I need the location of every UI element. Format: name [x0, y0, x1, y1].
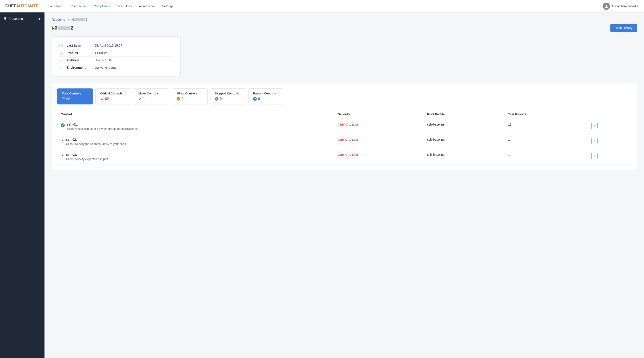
- expand-cell: +: [588, 149, 631, 164]
- total-controls-number: 68: [66, 97, 70, 101]
- environment-icon: ◎: [59, 66, 63, 69]
- user-name: Local Administrator: [612, 4, 639, 8]
- profiles-label: Profiles: [66, 51, 91, 55]
- expand-button[interactable]: +: [591, 123, 598, 129]
- nav-compliance[interactable]: Compliance: [94, 4, 110, 8]
- skipped-controls-count: ? 0: [215, 97, 241, 101]
- profiles-value: 1 Profiles: [94, 51, 108, 55]
- root-profile-value: ssh-baseline: [427, 123, 445, 126]
- root-profile-value: ssh-baseline: [427, 153, 445, 156]
- passed-controls-icon: ?: [253, 97, 257, 101]
- warning-icon: ▲: [61, 153, 64, 157]
- control-cell: ▲ ssh-02: Client: Specify the AddressFam…: [57, 134, 334, 149]
- nav-settings[interactable]: Settings: [162, 4, 174, 8]
- sidebar-chevron-icon: ▶: [39, 17, 41, 20]
- expand-button[interactable]: +: [591, 138, 598, 144]
- breadcrumb-separator: >: [67, 18, 69, 21]
- last-scan-value: 25. April 2019 15:57: [94, 44, 122, 47]
- top-navigation: CHEFAUTOMATE Event Feed Client Runs Comp…: [0, 0, 644, 12]
- tab-minor-controls[interactable]: Minor Controls ? 0: [172, 88, 208, 104]
- major-controls-icon: ✔: [138, 97, 141, 101]
- page-title: i-02: [52, 25, 74, 31]
- row-icon: ▲: [61, 138, 64, 142]
- major-controls-title: Major Controls: [138, 92, 164, 95]
- critical-controls-count: ▲ 62: [100, 97, 126, 101]
- expand-cell: +: [588, 119, 631, 134]
- tab-major-controls[interactable]: Major Controls ✔ 0: [134, 88, 169, 104]
- info-row-last-scan: 🕐 Last Scan 25. April 2019 15:57: [59, 42, 173, 49]
- tab-total-controls[interactable]: Total Controls ☰ 68: [57, 88, 93, 104]
- minor-controls-count: ? 0: [177, 97, 203, 101]
- logo: CHEFAUTOMATE: [5, 4, 38, 8]
- tab-passed-controls[interactable]: Passed Controls ? 6: [248, 88, 284, 104]
- control-description: client: Check ssh_config owner, group an…: [67, 127, 138, 130]
- environment-label: Environment: [66, 66, 91, 69]
- environment-value: opsworks-demo: [94, 66, 116, 69]
- platform-icon: ☰: [59, 58, 63, 62]
- nav-event-feed[interactable]: Event Feed: [48, 4, 64, 8]
- warning-icon: ▲: [61, 138, 64, 142]
- nav-scan-jobs[interactable]: Scan Jobs: [117, 4, 132, 8]
- platform-label: Platform: [66, 58, 91, 62]
- col-test-results: Test Results: [504, 110, 588, 119]
- controls-section: Total Controls ☰ 68 Critical Controls ▲ …: [52, 83, 637, 170]
- severity-cell: CRITICAL (1.0): [334, 134, 424, 149]
- table-row: ▲ ssh-02: Client: Specify the AddressFam…: [57, 134, 631, 149]
- row-icon: ▲: [61, 153, 64, 157]
- nav-client-runs[interactable]: Client Runs: [70, 4, 86, 8]
- col-actions: [588, 110, 631, 119]
- critical-controls-icon: ▲: [100, 97, 104, 101]
- total-controls-count: ☰ 68: [62, 97, 88, 101]
- passed-controls-title: Passed Controls: [253, 92, 280, 95]
- info-row-environment: ◎ Environment opsworks-demo: [59, 64, 173, 71]
- profiles-icon: 📄: [59, 51, 63, 55]
- minor-controls-icon: ?: [177, 97, 180, 101]
- table-row: ▲ ssh-03: Client: Specify expected ssh p…: [57, 149, 631, 164]
- root-profile-value: ssh-baseline: [427, 138, 445, 141]
- minor-controls-title: Minor Controls: [177, 92, 203, 95]
- nav-asset-store[interactable]: Asset Store: [139, 4, 155, 8]
- expand-button[interactable]: +: [591, 153, 598, 159]
- control-description: Client: Specify the AddressFamily to you…: [66, 142, 126, 146]
- control-name: ssh-03:: [66, 153, 108, 156]
- minor-controls-number: 0: [182, 97, 184, 101]
- main-layout: Reporting ▶ Reporting > i-02 i-02 Scan H…: [0, 12, 644, 358]
- col-root-profile: Root Profile: [424, 110, 504, 119]
- total-controls-title: Total Controls: [62, 92, 88, 95]
- tab-skipped-controls[interactable]: Skipped Controls ? 0: [210, 88, 246, 104]
- last-scan-label: Last Scan: [66, 44, 91, 47]
- row-icon: ✔: [61, 123, 65, 127]
- breadcrumb: Reporting > i-02: [52, 18, 637, 21]
- skipped-controls-icon: ?: [215, 97, 218, 101]
- logo-automate: AUTOMATE: [16, 4, 38, 8]
- severity-cell: CRITICAL (1.0): [334, 119, 424, 134]
- controls-tabs: Total Controls ☰ 68 Critical Controls ▲ …: [57, 88, 631, 104]
- breadcrumb-reporting-link[interactable]: Reporting: [52, 18, 65, 21]
- logo-chef: CHEF: [5, 4, 16, 8]
- test-results-value: 1: [508, 138, 510, 141]
- expand-cell: +: [588, 134, 631, 149]
- svg-point-0: [606, 5, 607, 6]
- nav-items: Event Feed Client Runs Compliance Scan J…: [48, 4, 603, 8]
- sidebar-item-reporting[interactable]: Reporting ▶: [0, 14, 44, 23]
- tab-critical-controls[interactable]: Critical Controls ▲ 62: [96, 88, 131, 104]
- total-controls-icon: ☰: [62, 97, 65, 101]
- major-controls-count: ✔ 0: [138, 97, 164, 101]
- sidebar: Reporting ▶: [0, 12, 44, 358]
- scan-history-button[interactable]: Scan History: [610, 24, 637, 32]
- root-profile-cell: ssh-baseline: [424, 134, 504, 149]
- test-results-cell: 11: [504, 119, 588, 134]
- severity-value: CRITICAL (1.0): [338, 123, 358, 126]
- breadcrumb-current: i-02: [70, 18, 87, 21]
- severity-value: CRITICAL (1.0): [338, 138, 358, 141]
- passed-controls-number: 6: [258, 97, 260, 101]
- control-cell: ✔ ssh-01: client: Check ssh_config owner…: [57, 119, 334, 134]
- table-header: Control Severity Root Profile Test Resul…: [57, 110, 631, 119]
- check-icon: ✔: [61, 123, 65, 127]
- skipped-controls-title: Skipped Controls: [215, 92, 241, 95]
- col-control: Control: [57, 110, 334, 119]
- test-results-value: 11: [508, 123, 512, 126]
- passed-controls-count: ? 6: [253, 97, 280, 101]
- test-results-cell: 1: [504, 149, 588, 164]
- page-header: i-02 Scan History: [52, 24, 637, 32]
